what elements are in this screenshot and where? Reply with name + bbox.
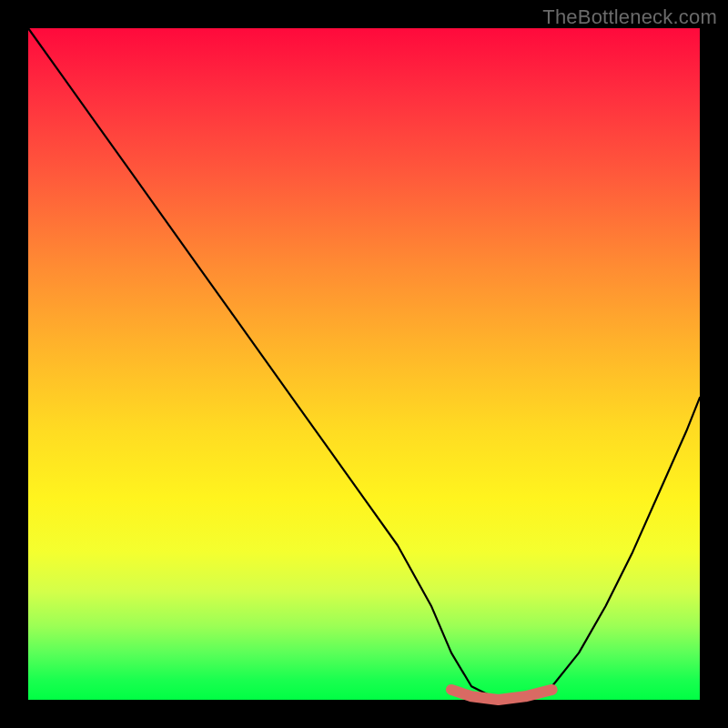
plot-area	[28, 28, 700, 700]
optimal-range-marker	[451, 690, 552, 700]
watermark-text: TheBottleneck.com	[542, 5, 717, 29]
bottleneck-curve	[28, 28, 700, 700]
curve-svg	[28, 28, 700, 700]
chart-frame: TheBottleneck.com	[0, 0, 728, 728]
